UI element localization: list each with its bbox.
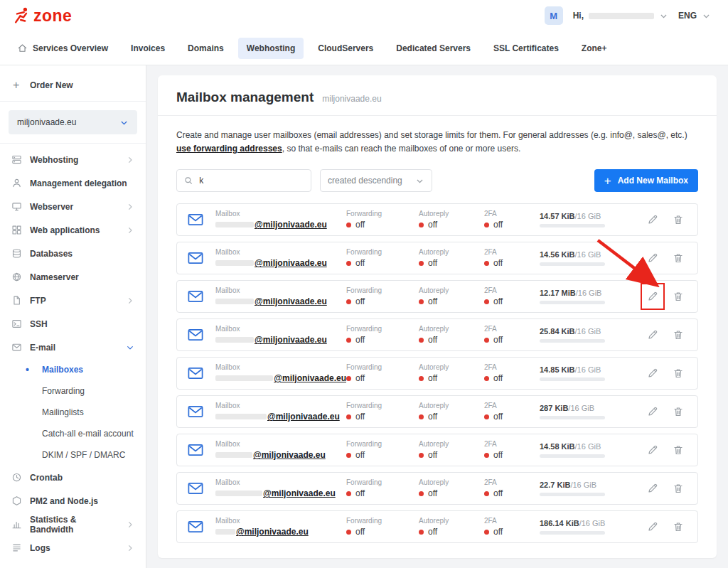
mailbox-address-link[interactable]: @miljonivaade.eu bbox=[215, 258, 346, 268]
sidebar-item[interactable]: • Crontab bbox=[0, 466, 146, 489]
delete-mailbox-button[interactable] bbox=[669, 439, 687, 461]
nav-item[interactable]: Services Overview bbox=[9, 37, 117, 59]
twofa-status-text: off bbox=[493, 220, 503, 230]
quota-value: /16 GiB bbox=[575, 365, 601, 374]
sidebar-item[interactable]: • Nameserver bbox=[0, 265, 146, 289]
mailbox-address-link[interactable]: @miljonivaade.eu bbox=[215, 450, 346, 460]
user-menu[interactable]: Hi, bbox=[573, 11, 668, 21]
storage-column: 14.85 KiB/16 GiB bbox=[540, 365, 638, 381]
edit-mailbox-button[interactable] bbox=[643, 247, 662, 269]
mailbox-address-link[interactable]: @miljonivaade.eu bbox=[215, 527, 346, 537]
delete-mailbox-button[interactable] bbox=[669, 516, 687, 537]
nav-item[interactable]: Domains bbox=[179, 38, 232, 59]
edit-mailbox-button[interactable] bbox=[643, 209, 662, 230]
forwarding-label: Forwarding bbox=[346, 325, 419, 333]
sidebar-item-icon bbox=[11, 154, 22, 165]
sort-dropdown[interactable]: created descending bbox=[320, 169, 432, 192]
nav-item[interactable]: Webhosting bbox=[238, 38, 304, 59]
sidebar-item[interactable]: • DKIM / SPF / DMARC bbox=[0, 444, 146, 466]
mailbox-address-link[interactable]: @miljonivaade.eu bbox=[215, 373, 346, 383]
sidebar-item[interactable]: • Web applications bbox=[0, 218, 146, 242]
status-off-dot bbox=[419, 530, 424, 535]
sidebar-item[interactable]: • Databases bbox=[0, 242, 146, 265]
quota-value: /16 GiB bbox=[570, 481, 596, 489]
forwarding-column: Forwarding off bbox=[346, 248, 419, 268]
delete-mailbox-button[interactable] bbox=[669, 209, 687, 230]
mailbox-domain: @miljonivaade.eu bbox=[255, 296, 327, 306]
sidebar-item[interactable]: • Logs bbox=[0, 536, 146, 559]
sidebar-item[interactable]: • Catch-all e-mail account bbox=[0, 423, 146, 444]
delete-mailbox-button[interactable] bbox=[669, 247, 687, 269]
twofa-status: off bbox=[484, 220, 540, 230]
nav-item[interactable]: SSL Certificates bbox=[485, 38, 567, 59]
description-before: Create and manage user mailboxes (email … bbox=[176, 130, 687, 140]
edit-mailbox-button[interactable] bbox=[643, 516, 662, 537]
sidebar-item[interactable]: • SSH bbox=[0, 312, 146, 336]
edit-mailbox-button[interactable] bbox=[643, 439, 662, 461]
order-new-button[interactable]: + Order New bbox=[0, 70, 146, 102]
sidebar-item-icon bbox=[11, 201, 22, 212]
mailbox-address-link[interactable]: @miljonivaade.eu bbox=[215, 296, 346, 306]
mailbox-address-link[interactable]: @miljonivaade.eu bbox=[215, 488, 346, 498]
sidebar-item[interactable]: • Mailboxes bbox=[0, 359, 146, 380]
forwarding-addresses-link[interactable]: use forwarding addresses bbox=[176, 144, 282, 154]
autoreply-status: off bbox=[419, 258, 484, 268]
edit-mailbox-button[interactable] bbox=[643, 401, 662, 422]
status-off-dot bbox=[419, 261, 424, 266]
nav-item[interactable]: CloudServers bbox=[309, 38, 382, 59]
autoreply-status: off bbox=[419, 335, 484, 345]
zone-logo[interactable]: zone bbox=[13, 6, 72, 25]
mailbox-column: Mailbox @miljonivaade.eu bbox=[215, 248, 346, 268]
mailbox-address-link[interactable]: @miljonivaade.eu bbox=[215, 335, 346, 345]
zone-logo-icon bbox=[13, 6, 31, 25]
card-body: Create and manage user mailboxes (email … bbox=[158, 116, 717, 543]
sidebar-item[interactable]: • Statistics & Bandwidth bbox=[0, 513, 146, 536]
storage-usage: 12.17 MiB/16 GiB bbox=[540, 289, 638, 297]
usage-value: 287 KiB bbox=[540, 404, 568, 412]
mailbox-address-link[interactable]: @miljonivaade.eu bbox=[215, 220, 346, 230]
mailbox-address-link[interactable]: @miljonivaade.eu bbox=[215, 412, 346, 422]
sidebar-item[interactable]: • Webhosting bbox=[0, 148, 146, 171]
delete-mailbox-button[interactable] bbox=[669, 478, 687, 499]
language-selector[interactable]: ENG bbox=[678, 11, 711, 21]
autoreply-column: Autoreply off bbox=[419, 478, 484, 498]
edit-mailbox-button[interactable] bbox=[643, 478, 662, 499]
sidebar-item[interactable]: • PM2 and Node.js bbox=[0, 489, 146, 513]
add-new-mailbox-button[interactable]: + Add New Mailbox bbox=[594, 169, 698, 192]
twofa-column: 2FA off bbox=[484, 210, 540, 230]
edit-mailbox-button[interactable] bbox=[643, 286, 662, 307]
nav-item[interactable]: Zone+ bbox=[573, 38, 616, 59]
sidebar-item-label: Nameserver bbox=[30, 272, 79, 282]
autoreply-status-text: off bbox=[428, 412, 437, 422]
autoreply-status: off bbox=[419, 373, 484, 383]
sidebar-item[interactable]: • Management delegation bbox=[0, 171, 146, 195]
status-off-dot bbox=[346, 491, 351, 496]
autoreply-status: off bbox=[419, 450, 484, 460]
nav-item[interactable]: Dedicated Servers bbox=[387, 38, 479, 59]
delete-mailbox-button[interactable] bbox=[669, 401, 687, 422]
avatar[interactable]: M bbox=[545, 6, 563, 25]
autoreply-status-text: off bbox=[428, 373, 437, 383]
row-actions bbox=[643, 286, 687, 307]
edit-mailbox-button[interactable] bbox=[643, 363, 662, 384]
mailbox-management-card: Mailbox management miljonivaade.eu Creat… bbox=[158, 75, 717, 558]
sidebar-item[interactable]: • E-mail bbox=[0, 336, 146, 359]
edit-mailbox-button[interactable] bbox=[643, 324, 662, 345]
sidebar-item[interactable]: • Webserver bbox=[0, 195, 146, 218]
delete-mailbox-button[interactable] bbox=[669, 363, 687, 384]
sidebar-item[interactable]: • Mailinglists bbox=[0, 402, 146, 423]
storage-bar bbox=[540, 262, 605, 266]
delete-mailbox-button[interactable] bbox=[669, 324, 687, 345]
delete-mailbox-button[interactable] bbox=[669, 286, 687, 307]
sidebar-item[interactable]: • FTP bbox=[0, 289, 146, 312]
order-new-label: Order New bbox=[30, 80, 73, 90]
status-off-dot bbox=[346, 261, 351, 266]
nav-item[interactable]: Invoices bbox=[122, 38, 173, 59]
sidebar-item[interactable]: • Forwarding bbox=[0, 380, 146, 402]
mailbox-row: Mailbox @miljonivaade.eu Forwarding off … bbox=[176, 318, 698, 351]
autoreply-label: Autoreply bbox=[419, 440, 484, 448]
twofa-status: off bbox=[484, 335, 540, 345]
autoreply-column: Autoreply off bbox=[419, 248, 484, 268]
search-input[interactable] bbox=[199, 176, 304, 186]
domain-selector[interactable]: miljonivaade.eu bbox=[9, 110, 137, 134]
